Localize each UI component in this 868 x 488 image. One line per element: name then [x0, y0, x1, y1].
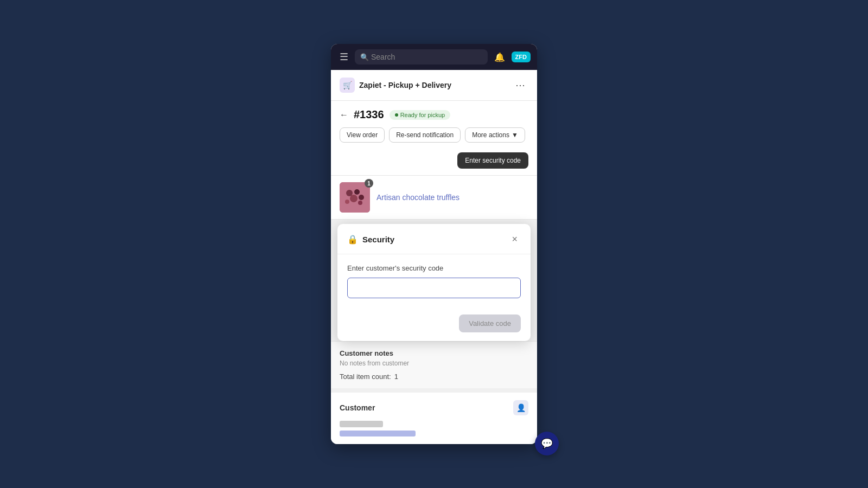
product-item: 1 Artisan chocolate truffles	[340, 182, 528, 213]
customer-header: Customer 👤	[340, 400, 528, 415]
order-title-row: ← #1336 Ready for pickup	[340, 108, 528, 121]
validate-code-button[interactable]: Validate code	[459, 314, 521, 332]
customer-section-title: Customer	[340, 403, 375, 412]
product-quantity-badge: 1	[365, 179, 373, 188]
person-icon: 👤	[516, 403, 526, 412]
customer-notes-content: No notes from customer	[340, 359, 528, 367]
modal-title-group: 🔒 Security	[347, 234, 394, 245]
actions-row-secondary: Enter security code	[340, 147, 528, 169]
modal-title: Security	[362, 235, 394, 244]
app-title: Zapiet - Pickup + Delivery	[359, 81, 451, 89]
order-status-badge: Ready for pickup	[390, 110, 451, 120]
top-navigation: ☰ 🔍 🔔 ZFD	[331, 44, 537, 70]
order-header: ← #1336 Ready for pickup View order Re-s…	[331, 101, 537, 176]
modal-close-button[interactable]: ×	[508, 233, 521, 246]
product-image-wrapper: 1	[340, 182, 370, 213]
chevron-down-icon: ▼	[512, 131, 518, 139]
total-item-count-label: Total item count:	[340, 373, 391, 381]
hamburger-menu-icon[interactable]: ☰	[337, 49, 350, 65]
lock-icon: 🔒	[347, 234, 358, 245]
svg-point-5	[345, 200, 349, 204]
order-number: #1336	[354, 108, 384, 121]
app-logo: 🛒	[340, 78, 355, 93]
search-icon: 🔍	[360, 53, 369, 61]
modal-body: Enter customer's security code	[337, 254, 531, 308]
section-divider	[331, 220, 537, 224]
customer-notes-section: Customer notes No notes from customer To…	[331, 341, 537, 388]
chat-fab-button[interactable]: 💬	[535, 432, 559, 455]
view-order-button[interactable]: View order	[340, 127, 385, 143]
security-modal-overlay: 🔒 Security × Enter customer's security c…	[331, 224, 537, 341]
customer-name-blurred	[340, 421, 383, 427]
app-title-group: 🛒 Zapiet - Pickup + Delivery	[340, 78, 451, 93]
status-label: Ready for pickup	[400, 112, 445, 118]
customer-icon-button[interactable]: 👤	[513, 400, 528, 415]
svg-point-4	[359, 195, 364, 200]
svg-point-2	[354, 189, 360, 195]
search-wrapper: 🔍	[355, 49, 488, 65]
modal-footer: Validate code	[337, 308, 531, 341]
total-item-count-value: 1	[394, 373, 398, 381]
app-header: 🛒 Zapiet - Pickup + Delivery ⋯	[331, 70, 537, 101]
search-input[interactable]	[355, 49, 488, 65]
more-actions-button[interactable]: More actions ▼	[465, 127, 525, 143]
svg-point-6	[358, 201, 362, 205]
user-avatar-badge[interactable]: ZFD	[512, 52, 531, 62]
status-dot	[395, 113, 398, 117]
enter-security-code-button[interactable]: Enter security code	[457, 152, 528, 169]
resend-notification-button[interactable]: Re-send notification	[389, 127, 461, 143]
product-section: 1 Artisan chocolate truffles	[331, 176, 537, 220]
customer-email-blurred	[340, 431, 416, 436]
order-actions: View order Re-send notification More act…	[340, 127, 528, 143]
product-image	[340, 182, 370, 213]
security-modal: 🔒 Security × Enter customer's security c…	[337, 224, 531, 341]
app-more-menu-button[interactable]: ⋯	[512, 78, 528, 92]
total-item-count-row: Total item count: 1	[340, 373, 528, 381]
modal-label: Enter customer's security code	[347, 264, 521, 272]
customer-notes-title: Customer notes	[340, 349, 528, 357]
security-code-input[interactable]	[347, 278, 521, 298]
customer-section: Customer 👤	[331, 388, 537, 444]
svg-point-3	[350, 195, 358, 202]
modal-header: 🔒 Security ×	[337, 224, 531, 254]
back-arrow-icon[interactable]: ←	[340, 110, 348, 120]
notification-bell-icon[interactable]: 🔔	[492, 50, 507, 65]
product-name-link[interactable]: Artisan chocolate truffles	[376, 193, 459, 202]
chat-icon: 💬	[541, 438, 553, 450]
